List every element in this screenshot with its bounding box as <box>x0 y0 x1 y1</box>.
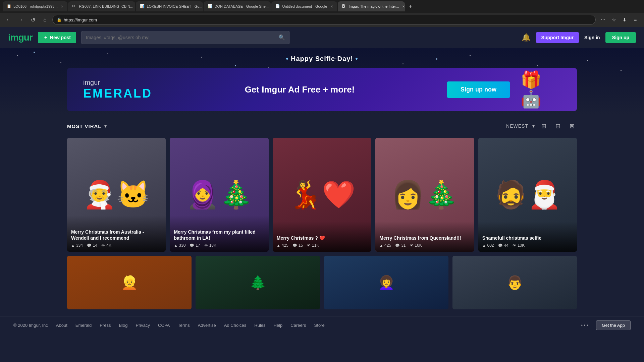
comments-value-1: 14 <box>93 243 97 248</box>
footer-help[interactable]: Help <box>274 323 283 328</box>
image-stats-5: ▲ 602 💬 44 👁 10K <box>482 243 573 248</box>
upvotes-value-2: 330 <box>179 243 185 248</box>
notification-icon[interactable]: 🔔 <box>522 33 531 42</box>
signup-button[interactable]: Sign up <box>605 32 636 43</box>
tab-favicon-2: ✉ <box>72 4 77 9</box>
signup-now-button[interactable]: Sign up now <box>447 81 510 98</box>
browser-tab-6[interactable]: 🖼 Imgur: The magic of the Inter... ✕ <box>338 1 405 11</box>
footer-about[interactable]: About <box>56 323 67 328</box>
lock-icon: 🔒 <box>57 17 62 22</box>
view-icon-3: 👁 <box>307 243 311 247</box>
image-card-4[interactable]: 👩🎄 Merry Christmas from Queensland!!! ▲ … <box>375 138 474 252</box>
footer-careers[interactable]: Careers <box>290 323 306 328</box>
view-toggle-small[interactable]: ⊠ <box>567 121 577 131</box>
plus-icon: ＋ <box>43 35 48 41</box>
get-app-button[interactable]: Get the App <box>596 320 631 330</box>
browser-tab-3[interactable]: 📊 LOKESH INVOICE SHEET - Go... ✕ <box>136 1 203 11</box>
browser-tab-2[interactable]: ✉ RG087: LINK BUILDING: CB N... ✕ <box>68 1 135 11</box>
emerald-branding: imgur EMERALD <box>83 79 152 101</box>
emerald-pitch-label: Get Imgur Ad Free + more! <box>245 84 355 95</box>
comments-stat-1: 💬 14 <box>87 243 97 248</box>
image-card-small-4[interactable]: 👨 <box>452 256 577 309</box>
tab-close-6[interactable]: ✕ <box>402 5 405 8</box>
upvotes-value-1: 334 <box>76 243 83 248</box>
footer-blog[interactable]: Blog <box>119 323 127 328</box>
image-card-2[interactable]: 🧕🎄 Merry Christmas from my plant filled … <box>170 138 268 252</box>
comments-value-3: 15 <box>299 243 303 248</box>
support-label: Support Imgur <box>541 35 574 40</box>
newest-dropdown-icon[interactable]: ▾ <box>532 123 535 129</box>
view-icon-2: 👁 <box>204 243 208 247</box>
browser-tab-5[interactable]: 📄 Untitled document - Google ✕ <box>271 1 337 11</box>
comment-icon-4: 💬 <box>395 243 400 248</box>
get-app-label: Get the App <box>602 323 625 328</box>
image-title-4: Merry Christmas from Queensland!!! <box>379 235 470 241</box>
back-button[interactable]: ← <box>4 15 13 24</box>
tab-close-1[interactable]: ✕ <box>61 5 63 8</box>
image-card-small-3[interactable]: 👩‍🦱 <box>324 256 448 309</box>
image-stats-1: ▲ 334 💬 14 👁 4K <box>71 243 162 248</box>
upvotes-stat-5: ▲ 602 <box>482 243 494 248</box>
home-button[interactable]: ⌂ <box>40 15 50 24</box>
search-input[interactable] <box>86 35 276 40</box>
footer-ccpa[interactable]: CCPA <box>158 323 170 328</box>
tab-title-4: DON DATABASE - Google She... <box>214 4 269 8</box>
imgur-logo[interactable]: imgur <box>8 32 33 43</box>
downloads-button[interactable]: ⬇ <box>620 15 629 24</box>
view-toggle-medium[interactable]: ⊟ <box>553 121 563 131</box>
footer-press[interactable]: Press <box>100 323 111 328</box>
menu-button[interactable]: ≡ <box>631 15 640 24</box>
image-card-small-1[interactable]: 👱 <box>67 256 192 309</box>
upvotes-stat-4: ▲ 425 <box>379 243 391 248</box>
image-stats-4: ▲ 425 💬 31 👁 10K <box>379 243 470 248</box>
selfie-day-banner: Happy Selfie Day! <box>0 55 644 63</box>
tab-title-3: LOKESH INVOICE SHEET - Go... <box>147 4 202 8</box>
footer-store[interactable]: Store <box>314 323 325 328</box>
comments-stat-4: 💬 31 <box>395 243 406 248</box>
views-value-3: 11K <box>312 243 319 248</box>
views-stat-3: 👁 11K <box>307 243 319 248</box>
tab-title-1: LO0106 - rohitgupta1993... <box>13 4 57 8</box>
extensions-button[interactable]: ⋯ <box>598 15 608 24</box>
footer-privacy[interactable]: Privacy <box>136 323 150 328</box>
browser-toolbar: ← → ↺ ⌂ 🔒 https://imgur.com ⋯ ☆ ⬇ ≡ <box>0 13 644 27</box>
image-card-5[interactable]: 🧔🎅 Shamefull christmas selfie ▲ 602 💬 44… <box>478 138 577 252</box>
sort-dropdown-icon[interactable]: ▾ <box>104 123 107 129</box>
tab-close-5[interactable]: ✕ <box>330 5 333 8</box>
forward-button[interactable]: → <box>16 15 25 24</box>
image-overlay-3: Merry Christmas ? ❤️ ▲ 425 💬 15 👁 11K <box>273 222 371 252</box>
image-card-1[interactable]: 🧑‍🎄🐱 Merry Christmas from Australia - We… <box>67 138 166 252</box>
new-tab-button[interactable]: + <box>406 2 415 11</box>
signin-button[interactable]: Sign in <box>584 35 600 40</box>
browser-chrome: 📋 LO0106 - rohitgupta1993... ✕ ✉ RG087: … <box>0 0 644 27</box>
bookmark-button[interactable]: ☆ <box>609 15 619 24</box>
address-bar[interactable]: 🔒 https://imgur.com <box>52 15 596 25</box>
footer-emerald[interactable]: Emerald <box>75 323 92 328</box>
refresh-button[interactable]: ↺ <box>28 15 38 24</box>
browser-tab-1[interactable]: 📋 LO0106 - rohitgupta1993... ✕ <box>3 1 67 11</box>
image-title-3: Merry Christmas ? ❤️ <box>277 235 367 241</box>
footer-rules[interactable]: Rules <box>254 323 265 328</box>
image-card-3[interactable]: 💃❤️ Merry Christmas ? ❤️ ▲ 425 💬 15 👁 1 <box>273 138 371 252</box>
tab-title-2: RG087: LINK BUILDING: CB N... <box>79 4 133 8</box>
view-toggle-large[interactable]: ⊞ <box>539 121 549 131</box>
new-post-button[interactable]: ＋ New post <box>38 32 76 43</box>
tab-favicon-6: 🖼 <box>342 4 346 9</box>
image-title-5: Shamefull christmas selfie <box>482 235 573 241</box>
image-stats-2: ▲ 330 💬 17 👁 18K <box>174 243 264 248</box>
footer-ad-choices[interactable]: Ad Choices <box>224 323 246 328</box>
tab-title-6: Imgur: The magic of the Inter... <box>348 4 399 8</box>
emerald-pitch-text: Get Imgur Ad Free + more! <box>163 84 436 95</box>
header-right: 🔔 Support Imgur Sign in Sign up <box>522 32 636 43</box>
views-stat-2: 👁 18K <box>204 243 216 248</box>
support-button[interactable]: Support Imgur <box>536 32 579 43</box>
sort-right: NEWEST ▾ ⊞ ⊟ ⊠ <box>506 121 577 131</box>
sort-bar: MOST VIRAL ▾ NEWEST ▾ ⊞ ⊟ ⊠ <box>67 121 577 131</box>
search-bar[interactable]: 🔍 <box>82 31 289 44</box>
browser-tab-4[interactable]: 📊 DON DATABASE - Google She... ✕ <box>204 1 271 11</box>
footer: © 2020 Imgur, Inc About Emerald Press Bl… <box>0 316 644 334</box>
image-card-small-2[interactable]: 🌲 <box>196 256 320 309</box>
selfie-day-text: Happy Selfie Day! <box>291 55 353 62</box>
footer-advertise[interactable]: Advertise <box>198 323 216 328</box>
footer-terms[interactable]: Terms <box>178 323 190 328</box>
